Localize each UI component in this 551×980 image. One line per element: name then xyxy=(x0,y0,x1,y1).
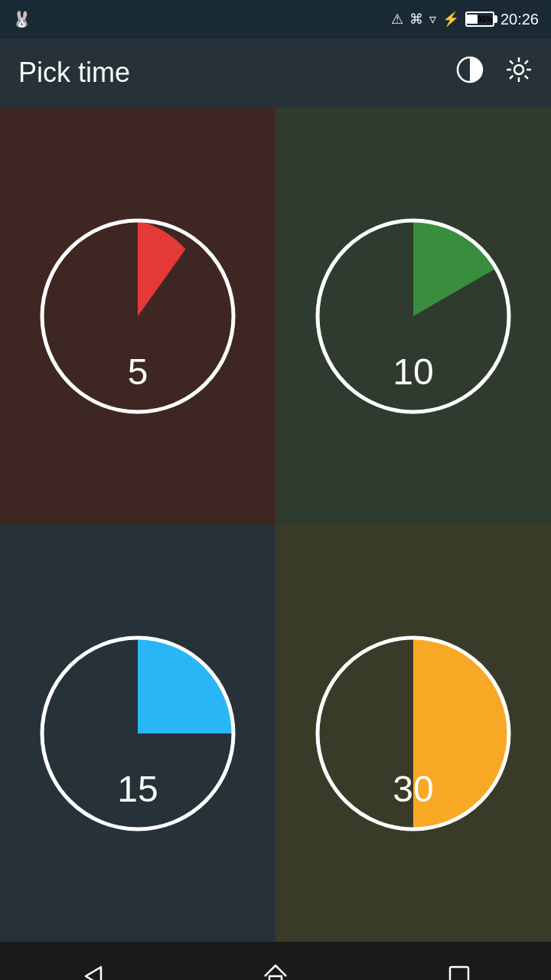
status-right: ⚠ ⌘ ▿ ⚡ 95% 20:26 xyxy=(391,11,539,28)
svg-marker-18 xyxy=(86,967,101,980)
svg-line-9 xyxy=(510,76,513,79)
svg-rect-19 xyxy=(269,976,282,980)
time-option-30[interactable]: 30 xyxy=(276,524,551,942)
time-option-10[interactable]: 10 xyxy=(276,107,551,524)
pie-5: 5 xyxy=(31,209,245,423)
theme-icon[interactable] xyxy=(456,56,484,90)
svg-line-7 xyxy=(525,76,528,79)
android-icon: 🐰 xyxy=(12,10,31,28)
wifi-icon: ⌘ xyxy=(409,11,423,28)
time-display: 20:26 xyxy=(500,11,539,28)
app-bar: Pick time xyxy=(0,38,551,107)
settings-icon[interactable] xyxy=(505,56,533,90)
label-5: 5 xyxy=(128,351,148,393)
status-bar: 🐰 ⚠ ⌘ ▿ ⚡ 95% 20:26 xyxy=(0,0,551,38)
page-title: Pick time xyxy=(18,57,130,89)
pie-15: 15 xyxy=(31,626,245,841)
pie-10: 10 xyxy=(306,209,520,423)
status-left: 🐰 xyxy=(12,10,34,28)
battery-icon: 95% xyxy=(465,11,494,27)
alert-icon: ⚠ xyxy=(391,11,403,28)
back-button[interactable] xyxy=(69,953,115,980)
recents-button[interactable] xyxy=(436,953,482,980)
nav-bar xyxy=(0,942,551,980)
signal-icon: ▿ xyxy=(429,11,436,28)
pie-30: 30 xyxy=(306,626,520,841)
time-option-5[interactable]: 5 xyxy=(0,107,276,524)
battery-container: 95% xyxy=(465,11,494,27)
label-10: 10 xyxy=(393,351,433,393)
label-30: 30 xyxy=(393,768,433,810)
bolt-icon: ⚡ xyxy=(442,11,459,28)
svg-rect-20 xyxy=(450,967,468,980)
svg-point-1 xyxy=(514,65,523,74)
label-15: 15 xyxy=(117,768,158,810)
home-button[interactable] xyxy=(253,953,298,980)
time-grid: 5 10 15 xyxy=(0,107,551,942)
time-option-15[interactable]: 15 xyxy=(0,524,276,942)
battery-text: 95% xyxy=(478,15,493,24)
app-bar-icons xyxy=(456,56,533,90)
svg-line-8 xyxy=(525,60,528,64)
svg-line-6 xyxy=(510,60,513,64)
